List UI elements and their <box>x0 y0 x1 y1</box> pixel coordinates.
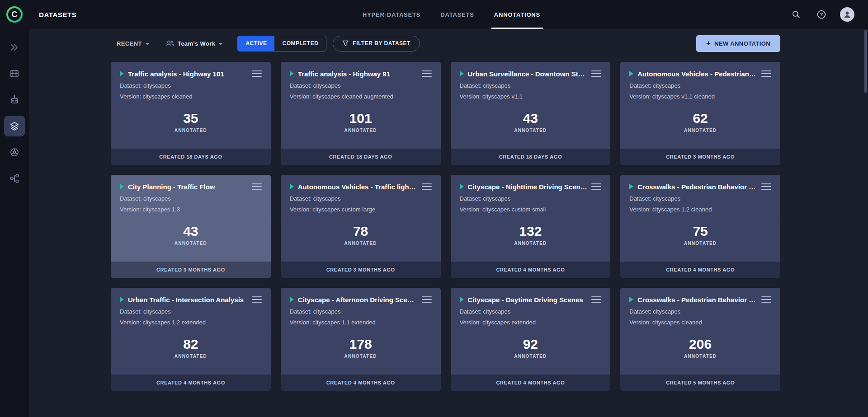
card-menu-icon[interactable] <box>591 295 601 304</box>
card-created: CREATED 18 DAYS AGO <box>281 149 441 165</box>
tab-annotations[interactable]: ANNOTATIONS <box>494 0 540 29</box>
card-dataset: Dataset: cityscapes <box>460 308 602 315</box>
datasets-icon <box>9 68 20 79</box>
card-menu-icon[interactable] <box>422 182 432 191</box>
annotation-card[interactable]: Cityscape - Daytime Driving Scenes Datas… <box>451 288 611 391</box>
card-menu-icon[interactable] <box>591 182 601 191</box>
card-menu-icon[interactable] <box>422 69 432 78</box>
card-menu-icon[interactable] <box>422 295 432 304</box>
card-divider <box>111 218 271 218</box>
annotated-label: ANNOTATED <box>120 354 262 359</box>
card-menu-icon[interactable] <box>252 295 262 304</box>
sort-dropdown-label: RECENT <box>117 40 142 47</box>
new-annotation-button[interactable]: + NEW ANNOTATION <box>696 35 780 52</box>
card-header: Cityscape - Daytime Driving Scenes <box>460 295 602 304</box>
card-created: CREATED 5 MONTHS AGO <box>620 375 780 391</box>
annotated-count: 35 <box>120 111 262 126</box>
card-version: Version: cityscapes 1.2 cleaned <box>629 206 771 213</box>
page-title: DATASETS <box>39 11 76 19</box>
annotation-card[interactable]: Urban Traffic - Intersection Analysis Da… <box>111 288 271 391</box>
scrollbar[interactable] <box>864 30 867 93</box>
card-created: CREATED 4 MONTHS AGO <box>451 375 611 391</box>
annotation-card[interactable]: City Planning - Traffic Flow Dataset: ci… <box>111 175 271 278</box>
annotated-count: 92 <box>460 337 602 352</box>
sidebar-item-experiments[interactable] <box>4 142 25 163</box>
card-dataset: Dataset: cityscapes <box>290 195 432 202</box>
annotation-card[interactable]: Urban Surveillance - Downtown Stre… Data… <box>451 62 611 165</box>
annotated-label: ANNOTATED <box>629 354 771 359</box>
sort-dropdown[interactable]: RECENT <box>117 40 150 47</box>
card-dataset: Dataset: cityscapes <box>120 308 262 315</box>
card-title: Cityscape - Afternoon Driving Scenes <box>298 296 418 304</box>
plus-icon: + <box>706 39 711 48</box>
search-icon[interactable] <box>789 8 803 21</box>
annotated-count: 132 <box>460 224 602 239</box>
app-logo[interactable]: C <box>0 0 29 29</box>
card-menu-icon[interactable] <box>761 69 771 78</box>
card-version: Version: cityscapes v1.1 cleaned <box>629 93 771 100</box>
funnel-icon <box>342 40 349 47</box>
play-icon <box>460 71 464 76</box>
sidebar-item-annotations[interactable] <box>4 116 25 136</box>
annotation-card[interactable]: Crosswalks - Pedestrian Behavior P… Data… <box>620 288 780 391</box>
sidebar-item-ai-apps[interactable] <box>4 89 25 110</box>
card-title: Crosswalks - Pedestrian Behavior P… <box>637 296 757 304</box>
card-menu-icon[interactable] <box>761 295 771 304</box>
card-dataset: Dataset: cityscapes <box>629 195 771 202</box>
logo-letter: C <box>8 8 21 21</box>
annotated-count: 43 <box>460 111 602 126</box>
card-menu-icon[interactable] <box>591 69 601 78</box>
annotated-label: ANNOTATED <box>120 128 262 133</box>
annotated-label: ANNOTATED <box>290 128 432 133</box>
main-content: RECENT Team's Work ACTIVE COMPLETED <box>29 29 868 417</box>
card-title: Cityscape - Daytime Driving Scenes <box>468 296 588 304</box>
toggle-completed[interactable]: COMPLETED <box>274 36 326 51</box>
card-version: Version: cityscapes custom large <box>290 206 432 213</box>
annotated-count: 62 <box>629 111 771 126</box>
getting-started-icon <box>9 42 20 53</box>
card-title: Urban Traffic - Intersection Analysis <box>128 296 248 304</box>
scope-dropdown[interactable]: Team's Work <box>166 40 223 47</box>
sidebar-item-pipelines[interactable] <box>4 168 25 189</box>
card-dataset: Dataset: cityscapes <box>460 82 602 89</box>
tab-hyper-datasets[interactable]: HYPER-DATASETS <box>363 0 420 29</box>
play-icon <box>460 184 464 189</box>
annotation-card[interactable]: Crosswalks - Pedestrian Behavior P… Data… <box>620 175 780 278</box>
annotation-card[interactable]: Autonomous Vehicles - Traffic light … Da… <box>281 175 441 278</box>
card-menu-icon[interactable] <box>252 69 262 78</box>
annotation-card[interactable]: Cityscape - Afternoon Driving Scenes Dat… <box>281 288 441 391</box>
card-created: CREATED 18 DAYS AGO <box>111 149 271 165</box>
card-divider <box>451 218 611 218</box>
card-dataset: Dataset: cityscapes <box>290 308 432 315</box>
card-divider <box>281 105 441 105</box>
avatar[interactable] <box>840 7 854 22</box>
tab-datasets[interactable]: DATASETS <box>440 0 474 29</box>
toggle-active[interactable]: ACTIVE <box>238 36 274 51</box>
annotation-card[interactable]: Autonomous Vehicles - Pedestrian … Datas… <box>620 62 780 165</box>
play-icon <box>629 184 633 189</box>
scope-dropdown-label: Team's Work <box>178 40 216 47</box>
filter-by-dataset-button[interactable]: FILTER BY DATASET <box>333 36 420 52</box>
card-dataset: Dataset: cityscapes <box>629 82 771 89</box>
annotated-count: 43 <box>120 224 262 239</box>
card-divider <box>620 218 780 218</box>
team-icon <box>166 40 175 47</box>
annotation-card[interactable]: Cityscape - Nighttime Driving Scenes Dat… <box>451 175 611 278</box>
card-created: CREATED 4 MONTHS AGO <box>451 262 611 278</box>
topbar-right: ? <box>789 7 868 22</box>
card-menu-icon[interactable] <box>761 182 771 191</box>
play-icon <box>629 71 633 76</box>
card-menu-icon[interactable] <box>252 182 262 191</box>
card-divider <box>281 331 441 331</box>
card-created: CREATED 3 MONTHS AGO <box>281 262 441 278</box>
annotated-count: 82 <box>120 337 262 352</box>
sidebar-item-getting-started[interactable] <box>4 37 25 58</box>
card-title: Traffic analysis - Highway 101 <box>128 70 248 78</box>
sidebar-item-datasets[interactable] <box>4 63 25 84</box>
annotation-card[interactable]: Traffic analysis - Highway 101 Dataset: … <box>111 62 271 165</box>
card-header: Autonomous Vehicles - Traffic light … <box>290 182 432 191</box>
header-tabs: HYPER-DATASETS DATASETS ANNOTATIONS <box>363 0 540 29</box>
play-icon <box>120 184 124 189</box>
annotation-card[interactable]: Traffic analysis - Highway 91 Dataset: c… <box>281 62 441 165</box>
help-icon[interactable]: ? <box>815 8 828 21</box>
